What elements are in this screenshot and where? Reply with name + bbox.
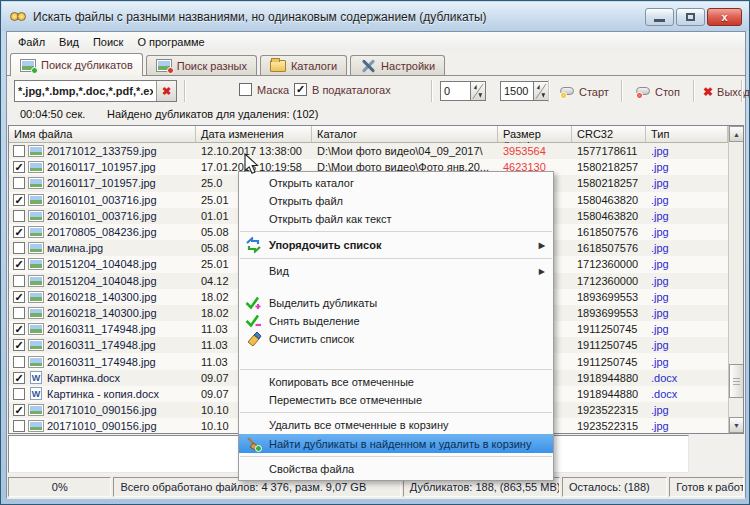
column-header-date[interactable]: Дата изменения <box>196 126 312 143</box>
column-header-catalog[interactable]: Каталог <box>312 126 498 143</box>
context-menu-item-9[interactable]: Снять выделение <box>239 312 553 330</box>
context-menu-item-17[interactable]: Найти дубликаты в найденном и удалить в … <box>239 434 553 453</box>
row-checkbox[interactable]: ✓ <box>13 258 25 270</box>
scroll-down-button[interactable]: ▼ <box>729 417 744 433</box>
stop-button[interactable]: Стоп <box>629 81 686 102</box>
row-checkbox[interactable] <box>13 388 25 400</box>
app-icon <box>10 9 27 24</box>
row-checkbox[interactable]: ✓ <box>13 226 25 238</box>
file-crc32: 1580463820 <box>572 194 646 206</box>
column-header-size[interactable]: Размер (byte) <box>498 126 572 143</box>
context-menu-item-19[interactable]: Свойства файла <box>239 460 553 478</box>
menubar-item-view[interactable]: Вид <box>52 34 86 50</box>
file-crc32: 1580218257 <box>572 161 646 173</box>
vertical-scrollbar[interactable]: ▲ ▼ <box>728 126 743 433</box>
column-header-crc32[interactable]: CRC32 <box>572 126 646 143</box>
file-name: 20160117_101957.jpg <box>47 161 156 173</box>
mask-checkbox[interactable]: Маска <box>239 83 289 96</box>
context-menu-item-10[interactable]: Очистить список <box>239 330 553 348</box>
file-crc32: 1911250745 <box>572 323 646 335</box>
row-checkbox[interactable]: ✓ <box>13 372 25 384</box>
table-row[interactable]: 20171012_133759.jpg12.10.2017 13:38:00D:… <box>9 143 728 159</box>
menu-item-label: Открыть файл <box>269 195 343 207</box>
column-header-type[interactable]: Тип <box>646 126 728 143</box>
spinner-buttons-icon[interactable] <box>471 81 486 101</box>
close-button[interactable]: x <box>707 8 742 26</box>
min-size-spinner[interactable]: 0 <box>440 81 486 101</box>
row-checkbox[interactable]: ✓ <box>13 194 25 206</box>
row-checkbox[interactable]: ✓ <box>13 291 25 303</box>
check-plus-icon <box>245 295 262 311</box>
row-checkbox[interactable]: ✓ <box>13 404 25 416</box>
context-menu-item-2[interactable]: Открыть файл как текст <box>239 210 553 228</box>
file-type: .jpg <box>646 307 728 319</box>
file-name: Картинка - копия.docx <box>47 388 159 400</box>
context-menu-item-1[interactable]: Открыть файл <box>239 192 553 210</box>
context-menu-item-4[interactable]: Упорядочить список▶ <box>239 235 553 255</box>
row-checkbox[interactable] <box>13 275 25 287</box>
maximize-button[interactable] <box>676 8 705 26</box>
context-menu-item-13[interactable]: Копировать все отмеченные <box>239 373 553 391</box>
file-crc32: 1618507576 <box>572 226 646 238</box>
row-checkbox[interactable] <box>13 307 25 319</box>
tab-different[interactable]: Поиск разных <box>146 55 257 75</box>
file-name: 20160101_003716.jpg <box>47 194 157 206</box>
tab-duplicates[interactable]: Поиск дубликатов <box>10 53 143 76</box>
tab-settings[interactable]: Настройки <box>350 55 445 75</box>
file-size: 3953564 <box>498 145 572 157</box>
folders-icon <box>270 59 286 72</box>
menubar-item-about[interactable]: О программе <box>130 34 211 50</box>
start-button[interactable]: Старт <box>553 81 615 102</box>
tab-label: Каталоги <box>291 60 337 72</box>
menu-separator <box>240 369 552 370</box>
context-menu-item-6[interactable]: Вид▶ <box>239 262 553 280</box>
file-crc32: 1918944880 <box>572 372 646 384</box>
row-checkbox[interactable] <box>13 420 25 432</box>
row-checkbox[interactable] <box>13 210 25 222</box>
menubar-item-search[interactable]: Поиск <box>86 34 130 50</box>
file-crc32: 1911250745 <box>572 339 646 351</box>
row-checkbox[interactable]: ✓ <box>13 339 25 351</box>
menubar-item-file[interactable]: Файл <box>11 34 52 50</box>
tab-label: Настройки <box>381 60 435 72</box>
row-checkbox[interactable]: ✓ <box>13 161 25 173</box>
tab-folders[interactable]: Каталоги <box>260 55 347 75</box>
mask-input[interactable] <box>15 81 156 101</box>
file-name: 20160311_174948.jpg <box>47 356 156 368</box>
file-name: 20171010_090156.jpg <box>47 404 157 416</box>
max-size-spinner[interactable]: 1500 <box>500 81 549 101</box>
row-checkbox[interactable] <box>13 177 25 189</box>
row-checkbox[interactable]: ✓ <box>13 323 25 335</box>
spinner-buttons-icon[interactable] <box>534 81 549 101</box>
file-name: Картинка.docx <box>47 372 120 384</box>
context-menu-item-16[interactable]: Удалить все отмеченные в корзину <box>239 416 553 434</box>
subfolders-checkbox[interactable]: ✓ В подкаталогах <box>294 83 391 96</box>
row-checkbox[interactable] <box>13 356 25 368</box>
toolbar: ✖ Маска ✓ В подкаталогах 0 1500 <box>7 77 745 105</box>
file-type: .jpg <box>646 226 728 238</box>
context-menu-item-14[interactable]: Переместить все отмеченные <box>239 391 553 409</box>
file-crc32: 1911250745 <box>572 356 646 368</box>
row-checkbox[interactable] <box>13 242 25 254</box>
context-menu-item-0[interactable]: Открыть каталог <box>239 174 553 192</box>
maximize-icon <box>686 13 695 21</box>
mask-checkbox-box[interactable] <box>239 83 252 96</box>
minimize-button[interactable] <box>645 8 674 26</box>
file-name: 20160218_140300.jpg <box>47 291 157 303</box>
subfolders-checkbox-box[interactable]: ✓ <box>294 83 307 96</box>
menu-item-label: Копировать все отмеченные <box>269 376 414 388</box>
scroll-thumb[interactable] <box>729 364 744 398</box>
scroll-up-button[interactable]: ▲ <box>729 126 744 142</box>
file-name: 20160311_174948.jpg <box>47 339 156 351</box>
file-name: 20171012_133759.jpg <box>47 145 157 157</box>
column-header-name[interactable]: Имя файла <box>9 126 196 143</box>
title-bar[interactable]: Искать файлы с разными названиями, но од… <box>2 2 750 31</box>
clear-mask-button[interactable]: ✖ <box>156 81 176 101</box>
max-size-field[interactable]: 1500 <box>500 81 534 101</box>
menu-item-label: Открыть файл как текст <box>269 213 392 225</box>
row-checkbox[interactable] <box>13 145 25 157</box>
min-size-field[interactable]: 0 <box>440 81 471 101</box>
context-menu-item-8[interactable]: Выделить дубликаты <box>239 294 553 312</box>
file-name: малина.jpg <box>47 242 103 254</box>
tools-icon <box>360 59 376 72</box>
